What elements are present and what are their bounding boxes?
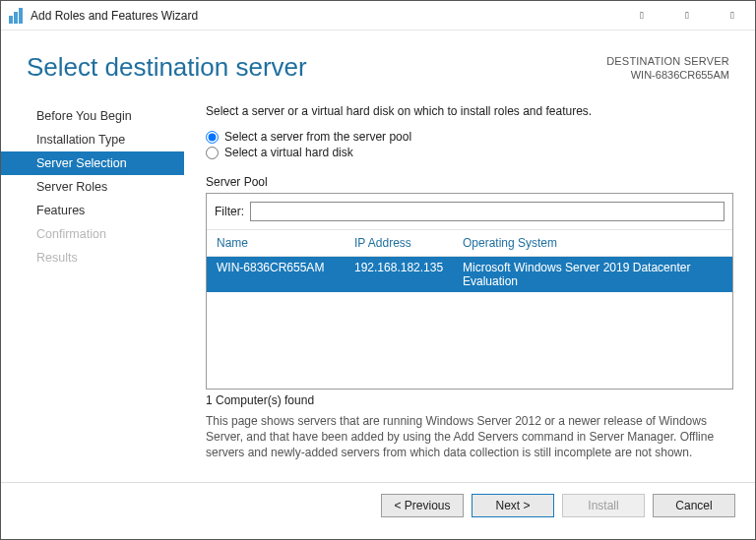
nav-features[interactable]: Features [1,199,184,222]
col-header-name[interactable]: Name [217,236,354,250]
col-header-ip[interactable]: IP Address [354,236,463,250]
computer-count: 1 Computer(s) found [206,393,733,407]
nav-results: Results [1,246,184,270]
page-title: Select destination server [27,52,606,83]
server-pool-box: Filter: Name IP Address Operating System… [206,193,733,390]
server-grid-header: Name IP Address Operating System [207,230,732,257]
install-button: Install [562,494,645,517]
col-header-os[interactable]: Operating System [463,236,723,250]
content-pane: Select a server or a virtual hard disk o… [184,98,755,482]
destination-block: DESTINATION SERVER WIN-6836CR655AM [606,52,729,83]
server-row-os: Microsoft Windows Server 2019 Datacenter… [463,261,723,288]
app-icon [9,8,25,24]
radio-vhd-input[interactable] [206,147,219,159]
nav-server-selection[interactable]: Server Selection [1,151,184,175]
window-title: Add Roles and Features Wizard [31,9,198,23]
next-button[interactable]: Next > [472,494,554,517]
page-header: Select destination server DESTINATION SE… [1,30,755,98]
minimize-button[interactable]:  [619,1,664,30]
wizard-nav: Before You Begin Installation Type Serve… [1,98,184,482]
title-bar: Add Roles and Features Wizard    [1,1,755,30]
filter-label: Filter: [215,205,244,218]
nav-before-you-begin[interactable]: Before You Begin [1,104,184,128]
server-row-ip: 192.168.182.135 [354,261,463,288]
radio-vhd[interactable]: Select a virtual hard disk [206,146,733,159]
radio-server-pool-input[interactable] [206,131,219,144]
instruction-text: Select a server or a virtual hard disk o… [206,104,733,118]
nav-installation-type[interactable]: Installation Type [1,128,184,151]
server-grid-rows: WIN-6836CR655AM 192.168.182.135 Microsof… [207,257,732,389]
destination-value: WIN-6836CR655AM [606,68,729,82]
filter-input[interactable] [250,202,724,221]
cancel-button[interactable]: Cancel [653,494,735,517]
radio-server-pool[interactable]: Select a server from the server pool [206,130,733,144]
nav-server-roles[interactable]: Server Roles [1,175,184,199]
wizard-footer: < Previous Next > Install Cancel [1,482,755,527]
maximize-button[interactable]:  [664,1,710,30]
server-pool-label: Server Pool [206,175,733,189]
page-note: This page shows servers that are running… [206,413,733,461]
destination-label: DESTINATION SERVER [606,54,729,68]
close-button[interactable]:  [710,1,755,30]
server-row[interactable]: WIN-6836CR655AM 192.168.182.135 Microsof… [207,257,732,292]
radio-vhd-label: Select a virtual hard disk [224,146,353,159]
server-row-name: WIN-6836CR655AM [217,261,354,288]
previous-button[interactable]: < Previous [381,494,464,517]
radio-server-pool-label: Select a server from the server pool [224,130,411,144]
nav-confirmation: Confirmation [1,222,184,246]
